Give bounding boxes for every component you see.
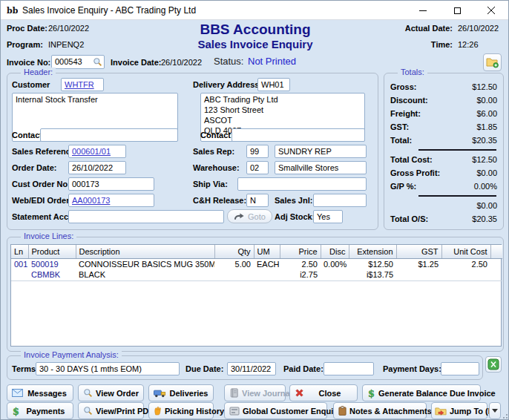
sales-rep-code-input[interactable]: 99 — [246, 145, 269, 158]
cust-order-no-label: Cust Order No: — [12, 180, 70, 188]
paid-date-input[interactable] — [324, 362, 374, 375]
title-bar[interactable]: bb Sales Invoice Enquiry - ABC Trading P… — [1, 1, 508, 20]
goto-arrow-icon — [234, 213, 245, 220]
status-value: Not Printed — [248, 56, 296, 67]
payment-analysis-legend: Invoice Payment Analysis: — [21, 350, 122, 359]
view-order-button[interactable]: View Order — [78, 384, 144, 401]
sales-rep-label: Sales Rep: — [193, 147, 234, 156]
total-os-label: Total O/S: — [390, 214, 428, 223]
cell-description: CONNOISSEUR BASICS MUG 350ML — [76, 258, 214, 269]
warehouse-code-input[interactable]: 02 — [246, 161, 269, 174]
goto-button-label: Goto — [248, 212, 266, 221]
due-date-input[interactable]: 30/11/2022 — [227, 362, 276, 375]
invoice-line-row[interactable]: 001 500019 CONNOISSEUR BASICS MUG 350ML … — [11, 258, 502, 269]
paid-date-label: Paid Date: — [283, 364, 324, 373]
svg-text:bb: bb — [7, 6, 18, 16]
minimize-icon — [419, 10, 427, 11]
totals-divider-2 — [418, 195, 496, 197]
ship-via-input[interactable] — [237, 177, 367, 191]
jump-to-dropdown-button[interactable] — [489, 402, 501, 419]
cell-extension: i$13.75 — [349, 269, 396, 280]
invoice-lines-table[interactable]: Ln Product Description Qty UM Price Disc… — [10, 244, 502, 347]
close-x-icon — [295, 388, 304, 398]
actual-date-label: Actual Date: — [405, 24, 453, 33]
goto-button[interactable]: Goto — [227, 209, 272, 223]
col-qty: Qty — [214, 245, 254, 258]
cell-product: CBMBK — [28, 269, 76, 280]
global-customer-enquiry-button[interactable]: Global Customer Enquiry — [224, 402, 327, 419]
totals-legend: Totals: — [398, 68, 427, 76]
journal-icon — [229, 388, 239, 398]
warehouse-name-input[interactable]: Smallville Stores — [275, 161, 367, 174]
excel-export-icon — [487, 358, 499, 370]
invoice-lines-group: Invoice Lines: Ln Product Description Qt… — [7, 237, 504, 352]
dollar-icon: $ — [367, 388, 375, 398]
invoice-no-label: Invoice No: — [7, 58, 50, 67]
web-edi-order-input[interactable]: AA000173 — [68, 194, 154, 207]
status-label: Status: — [214, 56, 243, 67]
folder-add-icon — [486, 56, 499, 68]
totals-group: Totals: Gross:$12.50 Discount:$0.00 Frei… — [384, 73, 504, 230]
cust-order-no-input[interactable]: 000173 — [68, 177, 154, 191]
warehouse-label: Warehouse: — [193, 163, 240, 172]
statement-acc-input[interactable] — [68, 210, 224, 223]
customer-label: Customer — [12, 80, 50, 89]
messages-button[interactable]: Messages — [7, 384, 73, 401]
header-group: Header: Customer WHTFR Delivery Address:… — [7, 73, 378, 230]
contact-right-input[interactable] — [231, 128, 365, 142]
jump-to-button[interactable]: Jump To (F8) — [431, 402, 487, 419]
cell-spare — [490, 258, 502, 269]
col-extension: Extension — [349, 245, 396, 258]
total-value: $20.35 — [472, 136, 497, 145]
close-window-button[interactable] — [474, 1, 508, 20]
col-description: Description — [76, 245, 214, 258]
close-button[interactable]: Close — [289, 384, 358, 401]
customer-code-input[interactable]: WHTFR — [61, 78, 104, 91]
notes-attachments-button[interactable]: Notes & Attachments — [333, 402, 427, 419]
app-window: bb Sales Invoice Enquiry - ABC Trading P… — [0, 0, 509, 420]
col-um: UM — [254, 245, 280, 258]
minimize-button[interactable] — [406, 1, 440, 20]
export-excel-button[interactable] — [485, 356, 502, 373]
statement-acc-label: Statement Acc: — [12, 212, 71, 221]
resize-grip[interactable] — [501, 412, 508, 419]
contact-right-label: Contact: — [200, 131, 234, 140]
sales-jnl-input[interactable] — [313, 194, 367, 207]
delivery-code-input[interactable]: WH01 — [257, 78, 290, 91]
generate-balance-due-invoice-button[interactable]: $ Generate Balance Due Invoice — [362, 384, 481, 401]
view-journal-button[interactable]: View Journal — [224, 384, 286, 401]
order-date-input[interactable]: 26/10/2022 — [68, 161, 126, 174]
sales-reference-input[interactable]: 000601/01 — [68, 145, 126, 158]
ch-release-input[interactable]: N — [246, 194, 269, 207]
total-label: Total: — [390, 136, 412, 145]
cell-gst — [396, 269, 441, 280]
contact-left-input[interactable] — [40, 128, 178, 142]
picking-history-button[interactable]: Picking History — [148, 402, 214, 419]
search-icon[interactable] — [93, 57, 102, 67]
invoice-no-input[interactable]: 000543 — [51, 55, 105, 69]
adj-stock-input[interactable]: Yes — [313, 210, 343, 223]
payment-days-input[interactable] — [441, 362, 479, 375]
svg-text:$: $ — [13, 406, 19, 416]
svg-text:$: $ — [368, 388, 375, 398]
header-legend: Header: — [21, 68, 56, 76]
maximize-button[interactable] — [440, 1, 474, 20]
cell-price: i2.75 — [280, 269, 321, 280]
payment-days-label: Payment Days: — [383, 364, 441, 373]
view-print-pdf-button[interactable]: View/Print PDF — [78, 402, 144, 419]
gross-value: $12.50 — [472, 82, 497, 91]
global-enquiry-icon — [229, 407, 240, 416]
delivery-address-label: Delivery Address: — [193, 80, 262, 89]
sales-rep-name-input[interactable]: SUNDRY REP — [275, 145, 367, 158]
picking-hand-icon — [154, 406, 162, 416]
open-invoice-button[interactable] — [483, 53, 502, 71]
payment-analysis-group: Invoice Payment Analysis: Terms: 30 - 30… — [7, 355, 483, 380]
due-date-label: Due Date: — [185, 364, 223, 373]
terms-input[interactable]: 30 - 30 DAYS (1 mths EOM) — [36, 362, 180, 375]
invoice-line-row-2[interactable]: CBMBK BLACK i2.75 i$13.75 — [11, 269, 502, 280]
deliveries-button[interactable]: Deliveries — [148, 384, 214, 401]
payments-button[interactable]: $ Payments — [7, 402, 73, 419]
unlabeled-amount-value: $0.00 — [476, 201, 497, 210]
cell-price: 2.50 — [280, 258, 321, 269]
sales-jnl-label: Sales Jnl: — [275, 196, 312, 205]
